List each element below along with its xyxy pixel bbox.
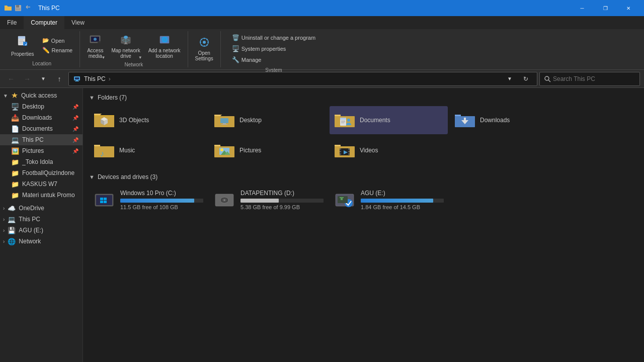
map-network-button[interactable]: Map networkdrive ▼ xyxy=(108,31,143,61)
folder-documents-icon xyxy=(334,110,356,130)
folder-pictures-name: Pictures xyxy=(239,147,261,154)
refresh-button[interactable]: ↻ xyxy=(519,72,533,86)
access-media-button[interactable]: Accessmedia ▼ xyxy=(84,31,106,61)
svg-point-12 xyxy=(94,38,97,41)
drive-d-bar-fill xyxy=(240,199,279,203)
svg-rect-44 xyxy=(341,121,345,121)
network-expand-icon: › xyxy=(3,239,5,244)
sidebar-item-kaskus[interactable]: 📁 KASKUS W7 xyxy=(0,178,83,190)
drive-c-bar-fill xyxy=(120,199,194,203)
svg-point-47 xyxy=(347,119,350,122)
titlebar: This PC ─ ❐ ✕ xyxy=(0,0,644,16)
svg-text:✓: ✓ xyxy=(25,43,28,46)
recent-button[interactable]: ▼ xyxy=(36,72,50,86)
sidebar-item-downloads[interactable]: 📥 Downloads 📌 xyxy=(0,112,83,123)
open-button[interactable]: 📂 Open xyxy=(39,36,76,45)
folder-videos[interactable]: Videos xyxy=(330,136,448,164)
tab-view[interactable]: View xyxy=(64,16,92,29)
svg-rect-38 xyxy=(220,118,228,123)
svg-rect-64 xyxy=(348,151,350,152)
properties-button[interactable]: ✓ Properties xyxy=(8,33,37,59)
drive-e-info: AGU (E:) 1.84 GB free of 14.5 GB xyxy=(361,190,444,210)
address-path[interactable]: This PC › ▼ ↻ xyxy=(68,72,537,86)
sidebar-agu[interactable]: › 💾 AGU (E:) xyxy=(0,225,83,236)
rename-button[interactable]: ✏️ Rename xyxy=(39,46,76,55)
kaskus-label: KASKUS W7 xyxy=(22,180,57,188)
drive-e-name: AGU (E:) xyxy=(361,190,444,197)
sidebar-network[interactable]: › 🌐 Network xyxy=(0,236,83,247)
minimize-button[interactable]: ─ xyxy=(571,0,594,16)
sidebar-item-materi[interactable]: 📁 Materi untuk Promo xyxy=(0,190,83,201)
svg-point-28 xyxy=(545,76,549,80)
maximize-button[interactable]: ❐ xyxy=(594,0,617,16)
svg-rect-37 xyxy=(214,115,220,116)
folder-documents[interactable]: Documents xyxy=(330,106,448,134)
open-settings-button[interactable]: OpenSettings xyxy=(192,34,216,63)
add-network-icon: 🌐 xyxy=(158,33,171,48)
drives-section-header[interactable]: ▼ Devices and drives (3) xyxy=(89,173,638,180)
toko-icon: 📁 xyxy=(11,158,19,166)
search-box[interactable] xyxy=(539,72,640,86)
thispc-nav-label: This PC xyxy=(19,216,40,223)
folder-pictures[interactable]: Pictures xyxy=(209,136,328,164)
back-button[interactable]: ← xyxy=(4,72,18,86)
onedrive-expand-icon: › xyxy=(3,206,5,211)
content-area: ▼ Folders (7) 3D Objects xyxy=(83,88,644,362)
drive-e-bar-bg xyxy=(361,199,444,203)
drive-e-item[interactable]: AGU (E:) 1.84 GB free of 14.5 GB xyxy=(330,186,448,214)
sidebar-item-desktop[interactable]: 🖥️ Desktop 📌 xyxy=(0,101,83,112)
manage-button[interactable]: 🔧 Manage xyxy=(229,55,318,64)
dropdown-arrow[interactable]: ▼ xyxy=(503,72,517,86)
sidebar-item-toko[interactable]: 📁 _Toko Idola xyxy=(0,156,83,167)
drive-e-free: 1.84 GB free of 14.5 GB xyxy=(361,204,444,210)
folder-music[interactable]: ♪ Music xyxy=(89,136,207,164)
thispc-sidebar-icon: 💻 xyxy=(11,136,19,144)
star-icon xyxy=(11,92,18,99)
folder-desktop-name: Desktop xyxy=(239,117,262,124)
sidebar-item-thispc[interactable]: 💻 This PC 📌 xyxy=(0,134,83,145)
drive-e-icon xyxy=(334,190,356,210)
up-button[interactable]: ↑ xyxy=(52,72,66,86)
thispc-sidebar-label: This PC xyxy=(22,136,44,143)
rename-label: Rename xyxy=(52,47,73,53)
kaskus-icon: 📁 xyxy=(11,180,19,188)
search-input[interactable] xyxy=(553,75,635,82)
downloads-sidebar-label: Downloads xyxy=(22,114,52,121)
svg-rect-69 xyxy=(100,198,103,200)
folder-downloads[interactable]: Downloads xyxy=(450,106,568,134)
sidebar-onedrive[interactable]: › ☁️ OneDrive xyxy=(0,203,83,214)
uninstall-button[interactable]: 🗑️ Uninstall or change a program xyxy=(229,33,318,42)
svg-text:🌐: 🌐 xyxy=(162,36,168,43)
system-items: 🗑️ Uninstall or change a program 🖥️ Syst… xyxy=(225,31,323,66)
drive-c-item[interactable]: Windows 10 Pro (C:) 11.5 GB free of 108 … xyxy=(89,186,207,214)
folder-icon xyxy=(4,4,12,12)
quickaccess-label: Quick access xyxy=(21,92,57,99)
sys-properties-button[interactable]: 🖥️ System properties xyxy=(229,44,318,53)
folders-grid: 3D Objects Desktop xyxy=(89,106,638,164)
tab-computer[interactable]: Computer xyxy=(24,16,64,29)
svg-rect-1 xyxy=(16,5,19,8)
desktop-pin-icon: 📌 xyxy=(72,104,78,110)
svg-text:♪: ♪ xyxy=(100,149,104,158)
open-icon: 📂 xyxy=(42,37,49,44)
folder-desktop[interactable]: Desktop xyxy=(209,106,328,134)
close-button[interactable]: ✕ xyxy=(617,0,640,16)
svg-rect-71 xyxy=(100,201,103,203)
folders-section-header[interactable]: ▼ Folders (7) xyxy=(89,94,638,101)
drive-d-item[interactable]: DATAPENTING (D:) 5.38 GB free of 9.99 GB xyxy=(209,186,328,214)
ribbon-group-network: Accessmedia ▼ Map networkdrive ▼ 🌐 Add a… xyxy=(80,31,188,67)
sidebar-item-football[interactable]: 📁 FootballQuizIndone xyxy=(0,167,83,178)
sidebar-item-documents[interactable]: 📄 Documents 📌 xyxy=(0,123,83,134)
sidebar-thispc-nav[interactable]: › 💻 This PC xyxy=(0,214,83,225)
save-icon xyxy=(14,4,22,12)
folder-3dobjects[interactable]: 3D Objects xyxy=(89,106,207,134)
sidebar-item-pictures[interactable]: 🖼️ Pictures 📌 xyxy=(0,145,83,156)
add-network-button[interactable]: 🌐 Add a networklocation xyxy=(145,31,184,61)
drive-d-icon xyxy=(213,190,235,210)
forward-button[interactable]: → xyxy=(20,72,34,86)
downloads-pin-icon: 📌 xyxy=(72,115,78,121)
documents-sidebar-icon: 📄 xyxy=(11,125,19,133)
svg-rect-2 xyxy=(16,8,21,11)
tab-file[interactable]: File xyxy=(0,16,24,29)
sidebar-quickaccess-header[interactable]: ▼ Quick access xyxy=(0,90,83,101)
